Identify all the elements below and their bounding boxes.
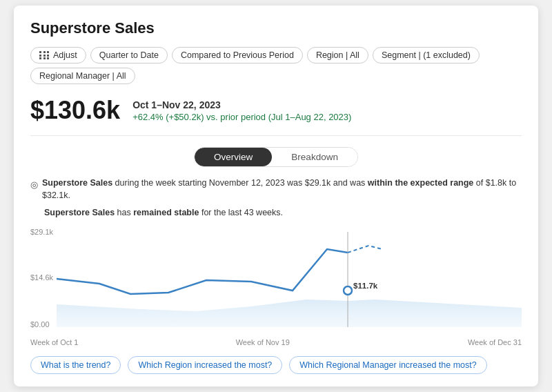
region-filter-button[interactable]: Region | All	[307, 47, 368, 63]
filter-bar: Adjust Quarter to Date Compared to Previ…	[30, 47, 522, 84]
x-label-dec: Week of Dec 31	[468, 338, 522, 346]
metric-period: Oct 1–Nov 22, 2023	[132, 99, 351, 110]
trend-link-button[interactable]: What is the trend?	[30, 356, 121, 374]
bottom-links: What is the trend? Which Region increase…	[30, 356, 522, 374]
svg-text:$11.7k: $11.7k	[353, 282, 378, 290]
pin-icon: ◎	[30, 178, 38, 192]
axis-labels: Week of Oct 1 Week of Nov 19 Week of Dec…	[30, 338, 522, 346]
insight-1: ◎ Superstore Sales during the week start…	[30, 177, 522, 203]
chart-area: $29.1k $14.6k $0.00 $11.7k	[30, 225, 522, 335]
quarter-filter-button[interactable]: Quarter to Date	[90, 47, 168, 63]
data-point	[344, 286, 352, 295]
metric-change: +62.4% (+$50.2k) vs. prior period (Jul 1…	[132, 112, 351, 122]
tab-group: Overview Breakdown	[194, 147, 358, 167]
tab-breakdown[interactable]: Breakdown	[272, 148, 357, 166]
chart-svg: $29.1k $14.6k $0.00 $11.7k	[30, 225, 522, 335]
svg-text:$0.00: $0.00	[30, 320, 50, 329]
metric-row: $130.6k Oct 1–Nov 22, 2023 +62.4% (+$50.…	[30, 97, 522, 136]
main-card: Superstore Sales Adjust Quarter to Date …	[14, 6, 538, 386]
grid-icon	[39, 51, 50, 59]
region-link-button[interactable]: Which Region increased the most?	[128, 356, 282, 374]
confidence-band	[57, 300, 522, 327]
adjust-button[interactable]: Adjust	[30, 47, 86, 63]
manager-link-button[interactable]: Which Regional Manager increased the mos…	[289, 356, 486, 374]
compare-filter-button[interactable]: Compared to Previous Period	[172, 47, 303, 63]
x-label-nov: Week of Nov 19	[236, 338, 290, 346]
page-title: Superstore Sales	[30, 19, 522, 37]
tab-overview[interactable]: Overview	[195, 148, 272, 166]
metric-value: $130.6k	[30, 97, 120, 124]
tab-row: Overview Breakdown	[30, 147, 522, 167]
dashed-line	[348, 246, 382, 253]
segment-filter-button[interactable]: Segment | (1 excluded)	[373, 47, 480, 63]
metric-detail: Oct 1–Nov 22, 2023 +62.4% (+$50.2k) vs. …	[132, 97, 351, 122]
manager-filter-button[interactable]: Regional Manager | All	[30, 68, 135, 84]
svg-text:$14.6k: $14.6k	[30, 273, 54, 282]
x-label-oct: Week of Oct 1	[30, 338, 79, 346]
svg-text:$29.1k: $29.1k	[30, 228, 54, 236]
solid-line	[57, 249, 348, 294]
insight-2: Superstore Sales has remained stable for…	[30, 206, 522, 219]
